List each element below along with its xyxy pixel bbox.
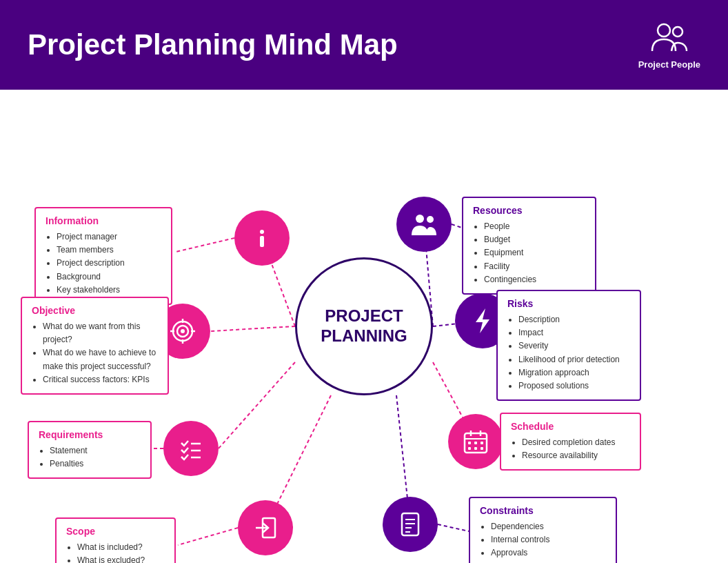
risks-box: Risks Description Impact Severity Likeli… xyxy=(496,290,641,401)
page-title: Project Planning Mind Map xyxy=(28,28,398,61)
svg-point-1 xyxy=(673,27,682,37)
information-title: Information xyxy=(46,215,161,226)
constraints-icon xyxy=(396,511,424,538)
svg-point-24 xyxy=(181,329,185,333)
list-item: Critical success factors: KPIs xyxy=(43,373,158,386)
list-item: Internal controls xyxy=(491,533,606,546)
constraints-title: Constraints xyxy=(480,505,606,516)
list-item: Project manager xyxy=(57,230,161,244)
information-box: Information Project manager Team members… xyxy=(34,207,172,305)
risks-icon xyxy=(470,307,495,335)
svg-line-10 xyxy=(176,238,234,252)
list-item: Impact xyxy=(518,326,630,339)
objective-title: Objective xyxy=(32,305,158,316)
svg-rect-19 xyxy=(260,236,264,247)
list-item: Statement xyxy=(50,444,141,457)
schedule-icon xyxy=(462,428,489,455)
resources-list: People Budget Equipment Facility Conting… xyxy=(473,220,585,286)
schedule-box: Schedule Desired completion dates Resour… xyxy=(500,413,641,471)
resources-title: Resources xyxy=(473,205,585,216)
constraints-list: Dependencies Internal controls Approvals… xyxy=(480,520,606,563)
list-item: Resource availability xyxy=(522,449,630,462)
svg-point-21 xyxy=(427,216,434,223)
list-item: Regulatory xyxy=(491,560,606,563)
scope-box: Scope What is included? What is excluded… xyxy=(55,517,176,563)
svg-point-20 xyxy=(416,215,424,223)
risks-title: Risks xyxy=(507,298,630,309)
list-item: Approvals xyxy=(491,546,606,560)
schedule-title: Schedule xyxy=(511,421,630,432)
list-item: Dependencies xyxy=(491,520,606,533)
svg-line-11 xyxy=(452,224,462,228)
list-item: Description xyxy=(518,313,630,326)
information-list: Project manager Team members Project des… xyxy=(46,230,161,297)
schedule-list: Desired completion dates Resource availa… xyxy=(511,436,630,462)
info-icon xyxy=(250,226,274,250)
list-item: People xyxy=(484,220,585,233)
header-icon-area: Project People xyxy=(638,21,700,70)
svg-rect-39 xyxy=(481,442,483,444)
list-item: What do we want from this project? xyxy=(43,320,158,346)
schedule-node-circle xyxy=(448,414,503,469)
list-item: Background xyxy=(57,270,161,284)
svg-rect-38 xyxy=(474,442,477,444)
svg-line-17 xyxy=(438,524,469,531)
list-item: Project description xyxy=(57,257,161,270)
svg-line-4 xyxy=(210,326,295,331)
list-item: Team members xyxy=(57,244,161,257)
constraints-node-circle xyxy=(383,497,438,552)
list-item: Facility xyxy=(484,260,585,273)
objective-icon xyxy=(169,317,196,345)
svg-line-6 xyxy=(219,362,295,448)
list-item: Migration approach xyxy=(518,366,630,379)
svg-line-16 xyxy=(178,528,238,545)
svg-rect-42 xyxy=(481,447,483,450)
risks-list: Description Impact Severity Likelihood o… xyxy=(507,313,630,393)
constraints-box: Constraints Dependencies Internal contro… xyxy=(469,497,617,563)
list-item: Penalties xyxy=(50,457,141,471)
list-item: Likelihood of prior detection xyxy=(518,353,630,366)
resources-node-circle xyxy=(396,197,452,252)
resources-icon xyxy=(410,212,438,237)
svg-rect-40 xyxy=(468,447,471,450)
list-item: Desired completion dates xyxy=(522,436,630,449)
list-item: Contingencies xyxy=(484,273,585,286)
svg-marker-29 xyxy=(476,308,489,333)
list-item: What do we have to achieve to make this … xyxy=(43,346,158,373)
requirements-icon xyxy=(177,435,205,462)
requirements-box: Requirements Statement Penalties xyxy=(28,421,152,479)
requirements-title: Requirements xyxy=(39,429,141,440)
objective-list: What do we want from this project? What … xyxy=(32,320,158,386)
objective-box: Objective What do we want from this proj… xyxy=(21,297,169,395)
scope-icon xyxy=(252,514,279,542)
list-item: Key stakeholders xyxy=(57,284,161,297)
requirements-list: Statement Penalties xyxy=(39,444,141,471)
resources-box: Resources People Budget Equipment Facili… xyxy=(462,197,596,295)
scope-title: Scope xyxy=(66,526,165,537)
svg-rect-37 xyxy=(468,442,471,444)
mind-map-area: PROJECT PLANNING xyxy=(0,90,728,563)
list-item: Severity xyxy=(518,339,630,353)
central-text-line1: PROJECT xyxy=(325,306,403,326)
scope-list: What is included? What is excluded? xyxy=(66,541,165,563)
header-icon-label: Project People xyxy=(638,59,700,70)
list-item: Equipment xyxy=(484,246,585,259)
list-item: Proposed solutions xyxy=(518,379,630,393)
requirements-node-circle xyxy=(163,421,219,476)
header: Project Planning Mind Map Project People xyxy=(0,0,728,90)
svg-point-0 xyxy=(658,24,670,37)
central-circle: PROJECT PLANNING xyxy=(295,257,433,395)
svg-point-18 xyxy=(260,230,264,234)
svg-rect-41 xyxy=(474,447,477,450)
scope-node-circle xyxy=(238,500,293,555)
list-item: Budget xyxy=(484,233,585,246)
people-icon xyxy=(649,21,690,55)
info-node-circle xyxy=(234,210,290,266)
list-item: What is included? xyxy=(77,541,165,554)
central-text-line2: PLANNING xyxy=(321,326,407,346)
list-item: What is excluded? xyxy=(77,554,165,563)
